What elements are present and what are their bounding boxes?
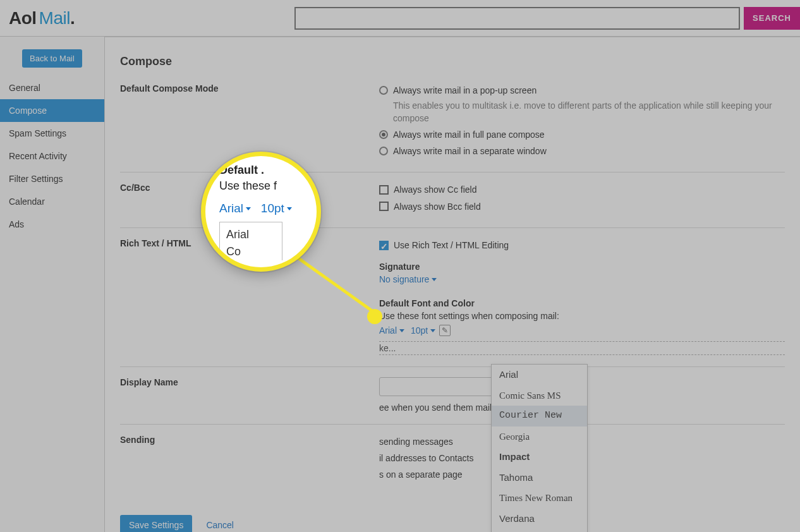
zoom-box-item-1: Co — [226, 243, 276, 260]
search-input[interactable] — [294, 7, 740, 30]
radio-popup-line[interactable]: Always write mail in a pop-up screen — [379, 83, 785, 97]
font-sample: ke... — [379, 341, 785, 355]
main: Compose Default Compose Mode Always writ… — [105, 37, 800, 532]
checkbox-icon — [379, 202, 389, 211]
radio-fullpane-line[interactable]: Always write mail in full pane compose — [379, 128, 785, 142]
row-display-name: Display Name ee when you send them mail. — [120, 366, 785, 424]
page-title: Compose — [120, 55, 785, 68]
radio-window-label: Always write mail in a separate window — [393, 144, 547, 158]
body: Back to Mail General Compose Spam Settin… — [0, 37, 800, 532]
sidebar-item-compose[interactable]: Compose — [0, 99, 104, 122]
font-option-tnr[interactable]: Times New Roman — [492, 488, 587, 509]
checkbox-bcc-label: Always show Bcc field — [394, 200, 481, 214]
sidebar: Back to Mail General Compose Spam Settin… — [0, 37, 105, 532]
signature-select[interactable]: No signature — [379, 274, 785, 284]
search-area: SEARCH — [294, 7, 800, 30]
label-display-name: Display Name — [120, 377, 379, 387]
font-option-georgia[interactable]: Georgia — [492, 426, 587, 447]
font-dropdown[interactable]: Arial Comic Sans MS Courier New Georgia … — [491, 364, 588, 532]
sidebar-item-general[interactable]: General — [0, 76, 104, 99]
sidebar-item-filter[interactable]: Filter Settings — [0, 167, 104, 190]
footer-buttons: Save Settings Cancel — [120, 496, 785, 532]
font-size-select[interactable]: 10pt — [411, 325, 435, 336]
label-default-mode: Default Compose Mode — [120, 83, 379, 94]
zoom-dropdown-preview: Arial Co — [219, 222, 282, 260]
sidebar-item-calendar[interactable]: Calendar — [0, 190, 104, 213]
row-default-mode: Default Compose Mode Always write mail i… — [120, 81, 785, 172]
signature-heading: Signature — [379, 262, 785, 272]
header: AolMail. SEARCH — [0, 0, 800, 37]
font-color-button[interactable]: ✎ — [439, 325, 451, 336]
row-sending: Sending sending messages il addresses to… — [120, 424, 785, 496]
cancel-link[interactable]: Cancel — [206, 520, 234, 530]
zoom-font-link: Arial — [219, 202, 251, 215]
radio-popup-label: Always write mail in a pop-up screen — [393, 83, 536, 97]
radio-icon — [379, 147, 388, 155]
font-option-impact[interactable]: Impact — [492, 447, 587, 468]
font-option-wingdings[interactable]: WingDings — [492, 529, 587, 532]
annotation-leader-dot — [367, 309, 382, 324]
font-name-select[interactable]: Arial — [379, 325, 404, 336]
checkbox-richtext-line[interactable]: Use Rich Text / HTML Editing — [379, 238, 785, 252]
search-button[interactable]: SEARCH — [744, 7, 800, 30]
annotation-zoom-circle: Default . Use these f Arial 10pt Arial C… — [201, 152, 321, 272]
zoom-box-item-0: Arial — [226, 226, 276, 243]
back-to-mail-button[interactable]: Back to Mail — [22, 49, 82, 68]
font-option-arial[interactable]: Arial — [492, 365, 587, 385]
font-option-verdana[interactable]: Verdana — [492, 509, 587, 529]
sidebar-item-spam[interactable]: Spam Settings — [0, 122, 104, 145]
checkbox-icon — [379, 241, 389, 250]
default-mode-desc: This enables you to multitask i.e. move … — [393, 100, 785, 124]
page: AolMail. SEARCH Back to Mail General Com… — [0, 0, 800, 532]
radio-window-line[interactable]: Always write mail in a separate window — [379, 144, 785, 158]
save-settings-button[interactable]: Save Settings — [120, 515, 192, 532]
logo-mail: Mail — [39, 8, 70, 28]
checkbox-richtext-label: Use Rich Text / HTML Editing — [394, 238, 509, 252]
font-option-comic[interactable]: Comic Sans MS — [492, 385, 587, 406]
radio-fullpane-label: Always write mail in full pane compose — [393, 128, 545, 142]
zoom-line1: Default . — [219, 164, 264, 177]
sidebar-item-ads[interactable]: Ads — [0, 213, 104, 236]
logo-aol: Aol — [9, 8, 37, 28]
checkbox-bcc-line[interactable]: Always show Bcc field — [379, 200, 785, 214]
logo-dot: . — [70, 8, 75, 28]
label-sending: Sending — [120, 435, 379, 445]
font-heading: Default Font and Color — [379, 298, 785, 308]
font-option-tahoma[interactable]: Tahoma — [492, 468, 587, 488]
sidebar-item-recent[interactable]: Recent Activity — [0, 145, 104, 167]
checkbox-cc-label: Always show Cc field — [394, 183, 477, 196]
zoom-line2: Use these f — [219, 179, 277, 193]
font-option-courier[interactable]: Courier New — [492, 406, 587, 426]
radio-icon — [379, 86, 388, 95]
font-desc: Use these font settings when composing m… — [379, 311, 785, 321]
logo: AolMail. — [9, 8, 75, 28]
checkbox-icon — [379, 185, 389, 195]
checkbox-cc-line[interactable]: Always show Cc field — [379, 183, 785, 196]
radio-icon — [379, 130, 388, 139]
zoom-size-link: 10pt — [261, 202, 292, 215]
